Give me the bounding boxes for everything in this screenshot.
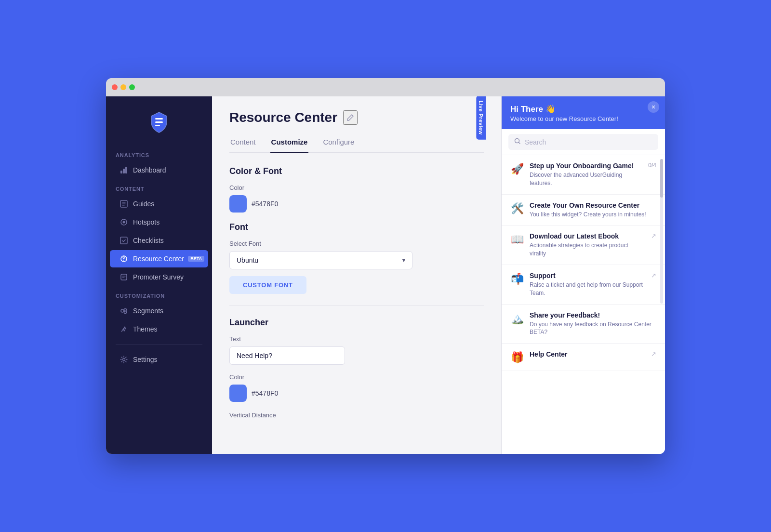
checklists-label: Checklists	[133, 237, 164, 244]
live-preview-tab[interactable]: Live Preview	[477, 96, 486, 139]
close-dot[interactable]	[112, 84, 118, 90]
rc-search-icon	[514, 138, 521, 146]
rc-item-title: Support	[530, 272, 645, 279]
sidebar-item-hotspots[interactable]: Hotspots	[110, 213, 208, 231]
rc-item[interactable]: 🛠️ Create Your Own Resource Center You l…	[502, 195, 665, 226]
center-panel: Resource Center Live Preview Content Cus…	[212, 96, 501, 454]
rc-scrollbar-thumb[interactable]	[660, 159, 663, 198]
settings-icon	[120, 355, 128, 364]
rc-item-ext-icon: ↗	[651, 272, 656, 279]
logo-icon	[147, 111, 171, 134]
rc-item-icon: 📬	[510, 273, 524, 285]
settings-label: Settings	[133, 356, 158, 363]
rc-item-content: Create Your Own Resource Center You like…	[530, 201, 656, 219]
launcher-color-swatch[interactable]	[229, 385, 247, 402]
maximize-dot[interactable]	[129, 84, 135, 90]
rc-item[interactable]: 🚀 Step up Your Onboarding Game! Discover…	[502, 155, 665, 195]
svg-rect-9	[120, 237, 127, 244]
launcher-section-title: Launcher	[229, 318, 484, 328]
tab-content[interactable]: Content	[229, 134, 257, 153]
tabs-row: Content Customize Configure	[229, 134, 484, 153]
sidebar-item-themes[interactable]: Themes	[110, 320, 208, 338]
vertical-distance-label: Vertical Distance	[229, 412, 484, 419]
checklists-icon	[120, 236, 128, 245]
launcher-text-input[interactable]	[229, 346, 345, 365]
font-select[interactable]: Ubuntu Roboto Open Sans Lato Inter Monts…	[229, 251, 412, 269]
color-row: #5478F0	[229, 195, 484, 213]
rc-item-meta: 0/4	[648, 162, 656, 169]
minimize-dot[interactable]	[120, 84, 126, 90]
segments-icon	[120, 306, 128, 315]
rc-item-icon: 📖	[510, 233, 524, 246]
themes-icon	[120, 325, 128, 333]
tab-configure[interactable]: Configure	[322, 134, 355, 153]
select-font-label: Select Font	[229, 240, 484, 247]
promoter-survey-icon	[120, 273, 128, 281]
launcher-color-hex: #5478F0	[252, 389, 278, 397]
rc-item-icon: 🎁	[510, 351, 524, 364]
sidebar-item-dashboard[interactable]: Dashboard	[110, 161, 208, 179]
svg-point-16	[123, 359, 125, 361]
rc-subtitle: Welcome to our new Resource Center!	[510, 115, 656, 122]
rc-item[interactable]: 🎁 Help Center ↗	[502, 344, 665, 371]
svg-point-11	[123, 260, 124, 261]
sidebar-item-settings[interactable]: Settings	[110, 351, 208, 368]
rc-item[interactable]: 📖 Download our Latest Ebook Actionable s…	[502, 226, 665, 265]
rc-item-title: Create Your Own Resource Center	[530, 201, 656, 209]
tab-customize[interactable]: Customize	[270, 134, 309, 153]
font-select-wrapper: Ubuntu Roboto Open Sans Lato Inter Monts…	[229, 251, 412, 269]
color-font-section-title: Color & Font	[229, 166, 484, 176]
themes-label: Themes	[133, 325, 158, 333]
sidebar-item-resource-center[interactable]: Resource Center BETA	[110, 250, 208, 267]
resource-center-widget: Hi There 👋 Welcome to our new Resource C…	[502, 96, 665, 454]
svg-rect-0	[155, 118, 163, 120]
color-swatch[interactable]	[229, 195, 247, 213]
rc-search-placeholder: Search	[525, 138, 546, 146]
svg-rect-3	[120, 171, 122, 173]
rc-item-ext-icon: ↗	[651, 232, 656, 239]
launcher-section: Launcher Text Color #5478F0 Vertical Dis…	[229, 318, 484, 419]
rc-search-bar: Search	[502, 129, 665, 155]
rc-item[interactable]: 📬 Support Raise a ticket and get help fr…	[502, 265, 665, 305]
traffic-lights	[112, 84, 135, 90]
rc-item-desc: You like this widget? Create yours in mi…	[530, 211, 656, 219]
rc-item-desc: Raise a ticket and get help from our Sup…	[530, 281, 645, 297]
rc-item-icon: 🛠️	[510, 202, 524, 215]
content-section-label: CONTENT	[106, 179, 212, 195]
rc-item-ext-icon: ↗	[651, 350, 656, 358]
section-divider	[229, 306, 484, 306]
app-window: ANALYTICS Dashboard CONTENT	[106, 78, 665, 454]
sidebar-item-promoter-survey[interactable]: Promoter Survey	[110, 268, 208, 286]
rc-item[interactable]: 🏔️ Share your Feedback! Do you have any …	[502, 305, 665, 344]
svg-point-15	[124, 311, 127, 314]
rc-item-title: Help Center	[530, 350, 645, 358]
svg-rect-5	[125, 167, 127, 173]
rc-item-icon: 🚀	[510, 163, 524, 175]
beta-badge: BETA	[188, 256, 204, 262]
sidebar-item-guides[interactable]: Guides	[110, 195, 208, 213]
rc-header: Hi There 👋 Welcome to our new Resource C…	[502, 96, 665, 129]
sidebar-item-checklists[interactable]: Checklists	[110, 232, 208, 249]
resource-center-icon	[120, 254, 128, 263]
edit-title-button[interactable]	[343, 110, 358, 125]
rc-scrollbar[interactable]	[660, 159, 663, 304]
rc-search-inner[interactable]: Search	[508, 134, 658, 150]
rc-item-desc: Actionable strategies to create product …	[530, 241, 645, 258]
custom-font-button[interactable]: CUSTOM FONT	[229, 276, 306, 294]
customization-section-label: CUSTOMIZATION	[106, 286, 212, 302]
sidebar-divider	[116, 344, 202, 345]
guides-icon	[120, 200, 128, 208]
rc-item-title: Download our Latest Ebook	[530, 232, 645, 240]
rc-item-content: Support Raise a ticket and get help from…	[530, 272, 645, 297]
svg-rect-1	[155, 121, 163, 123]
rc-close-button[interactable]: ×	[648, 101, 659, 113]
rc-item-title: Step up Your Onboarding Game!	[530, 162, 642, 170]
analytics-section-label: ANALYTICS	[106, 146, 212, 161]
rc-item-desc: Do you have any feedback on Resource Cen…	[530, 320, 656, 337]
sidebar-item-segments[interactable]: Segments	[110, 302, 208, 319]
font-section: Font Select Font Ubuntu Roboto Open Sans…	[229, 222, 484, 294]
center-body: Color & Font Color #5478F0 Font Select F…	[212, 153, 501, 454]
svg-rect-12	[121, 274, 127, 280]
rc-item-title: Share your Feedback!	[530, 311, 656, 319]
rc-item-content: Step up Your Onboarding Game! Discover t…	[530, 162, 642, 187]
